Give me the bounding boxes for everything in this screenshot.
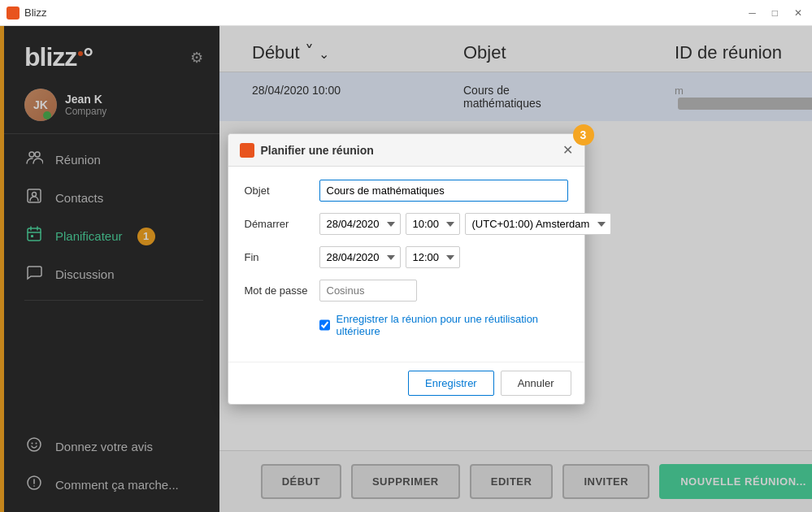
modal-title: Planifier une réunion — [261, 144, 556, 157]
maximize-button[interactable]: □ — [769, 7, 781, 19]
modal-footer: Enregistrer Annuler — [228, 362, 584, 404]
window-controls: ─ □ ✕ — [745, 0, 805, 25]
save-checkbox[interactable] — [319, 319, 330, 331]
mdp-label: Mot de passe — [245, 280, 310, 297]
close-button[interactable]: ✕ — [791, 7, 805, 19]
schedule-modal: 3 Planifier une réunion ✕ Objet Démarrer… — [228, 133, 585, 405]
date-start-select[interactable]: 28/04/2020 — [319, 213, 401, 235]
objet-input[interactable] — [319, 180, 568, 202]
date-group-end: 28/04/2020 12:00 — [319, 246, 460, 268]
date-end-select[interactable]: 28/04/2020 — [319, 246, 401, 268]
annuler-button[interactable]: Annuler — [501, 371, 571, 396]
mdp-input[interactable] — [319, 280, 417, 302]
titlebar: Blizz ─ □ ✕ — [0, 0, 812, 26]
app-icon — [7, 7, 20, 20]
modal-titlebar: Planifier une réunion ✕ — [228, 134, 584, 167]
date-group-start: 28/04/2020 10:00 (UTC+01:00) Amsterdam — [319, 213, 611, 235]
timezone-select[interactable]: (UTC+01:00) Amsterdam — [465, 213, 611, 235]
demarrer-label: Démarrer — [245, 213, 310, 230]
modal-title-icon — [240, 143, 254, 158]
time-end-select[interactable]: 12:00 — [406, 246, 460, 268]
minimize-button[interactable]: ─ — [745, 7, 759, 19]
checkbox-row: Enregistrer la réunion pour une réutilis… — [245, 313, 568, 337]
checkbox-label: Enregistrer la réunion pour une réutilis… — [337, 313, 568, 337]
modal-body: Objet Démarrer 28/04/2020 10:00 (UTC+01:… — [228, 167, 584, 362]
app-logo: Blizz — [7, 7, 46, 20]
fin-label: Fin — [245, 246, 310, 263]
time-start-select[interactable]: 10:00 — [406, 213, 460, 235]
form-row-mdp: Mot de passe — [245, 280, 568, 302]
form-row-objet: Objet — [245, 180, 568, 202]
step-badge-3: 3 — [573, 124, 594, 145]
app-name: Blizz — [24, 7, 46, 19]
form-row-demarrer: Démarrer 28/04/2020 10:00 (UTC+01:00) Am… — [245, 213, 568, 235]
modal-close-button[interactable]: ✕ — [562, 142, 573, 158]
form-row-fin: Fin 28/04/2020 12:00 — [245, 246, 568, 268]
modal-overlay: 3 Planifier une réunion ✕ Objet Démarrer… — [0, 26, 812, 512]
objet-label: Objet — [245, 180, 310, 197]
enregistrer-button[interactable]: Enregistrer — [408, 371, 494, 396]
